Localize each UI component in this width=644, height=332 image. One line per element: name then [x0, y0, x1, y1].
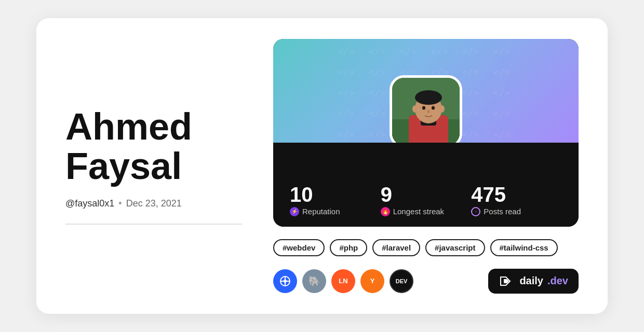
source-dev[interactable]: DEV [390, 269, 413, 293]
tag-javascript[interactable]: #javascript [425, 239, 485, 256]
svg-text:</>: </> [338, 108, 355, 119]
svg-point-39 [412, 105, 418, 113]
user-handle: @faysal0x1 [65, 198, 114, 209]
svg-text:</>: </> [462, 66, 479, 77]
svg-text:</>: </> [338, 87, 355, 98]
svg-text:</>: </> [431, 46, 448, 57]
streak-icon: 🔥 [381, 207, 390, 216]
svg-text:</>: </> [400, 46, 417, 57]
user-full-name: Ahmed Faysal [65, 107, 242, 186]
meta-separator: • [118, 198, 122, 209]
join-date: Dec 23, 2021 [126, 198, 182, 209]
stat-posts-read: 475 ○ Posts read [471, 184, 562, 216]
user-meta: @faysal0x1 • Dec 23, 2021 [65, 198, 242, 209]
svg-text:</>: </> [493, 87, 511, 98]
avatar-image [392, 78, 460, 143]
brand-badge: daily.dev [488, 269, 579, 294]
svg-point-35 [415, 90, 442, 105]
reputation-label: ⚡ Reputation [290, 207, 381, 216]
tag-laravel[interactable]: #laravel [372, 239, 420, 256]
profile-banner: </> </> </> </> </> </> </> </> </> </> … [273, 39, 579, 143]
posts-read-value: 475 [471, 184, 562, 205]
stats-card: </> </> </> </> </> </> </> </> </> </> … [273, 39, 579, 227]
svg-text:</>: </> [369, 46, 386, 57]
right-panel: </> </> </> </> </> </> </> </> </> </> … [273, 39, 579, 294]
source-tableplus[interactable]: 🐘 [302, 269, 326, 293]
svg-text:</>: </> [462, 129, 479, 140]
svg-text:</>: </> [493, 108, 511, 119]
stat-reputation: 10 ⚡ Reputation [290, 184, 381, 216]
svg-point-44 [284, 280, 287, 283]
svg-text:</>: </> [462, 108, 479, 119]
sources-row: 🐘 LN Y DEV daily.dev [273, 269, 579, 294]
avatar [390, 75, 462, 143]
svg-point-38 [427, 110, 430, 113]
brand-text-dev: .dev [547, 275, 568, 287]
svg-text:</>: </> [462, 46, 479, 57]
svg-text:</>: </> [338, 46, 355, 57]
svg-text:</>: </> [369, 129, 386, 140]
streak-value: 9 [381, 184, 472, 205]
svg-text:</>: </> [369, 87, 386, 98]
tag-php[interactable]: #php [330, 239, 367, 256]
streak-label: 🔥 Longest streak [381, 207, 472, 216]
source-hashnode[interactable] [273, 269, 297, 293]
svg-text:</>: </> [493, 129, 511, 140]
tags-container: #webdev #php #laravel #javascript #tailw… [273, 239, 579, 256]
svg-text:</>: </> [369, 108, 386, 119]
svg-text:</>: </> [369, 66, 386, 77]
svg-point-36 [422, 106, 425, 109]
brand-logo-icon [499, 275, 515, 287]
reputation-value: 10 [290, 184, 381, 205]
reputation-icon: ⚡ [290, 207, 299, 216]
svg-text:</>: </> [493, 46, 511, 57]
dev-label: DEV [396, 278, 408, 284]
stats-bar: 10 ⚡ Reputation 9 🔥 Longest streak 475 [273, 174, 579, 227]
svg-text:</>: </> [338, 129, 355, 140]
source-lnkd[interactable]: LN [331, 269, 355, 293]
posts-read-icon: ○ [471, 207, 480, 216]
source-yc[interactable]: Y [360, 269, 384, 293]
svg-text:</>: </> [493, 66, 511, 77]
source-icons: 🐘 LN Y DEV [273, 269, 413, 293]
svg-point-40 [439, 105, 445, 113]
tag-webdev[interactable]: #webdev [273, 239, 325, 256]
svg-text:</>: </> [462, 87, 479, 98]
divider [65, 224, 242, 225]
brand-text-daily: daily [519, 275, 543, 287]
stat-streak: 9 🔥 Longest streak [381, 184, 472, 216]
svg-text:</>: </> [338, 66, 355, 77]
profile-card: Ahmed Faysal @faysal0x1 • Dec 23, 2021 [36, 18, 608, 314]
svg-point-37 [432, 106, 435, 109]
left-panel: Ahmed Faysal @faysal0x1 • Dec 23, 2021 [65, 107, 242, 225]
posts-read-label: ○ Posts read [471, 207, 562, 216]
tag-tailwind[interactable]: #tailwind-css [490, 239, 558, 256]
